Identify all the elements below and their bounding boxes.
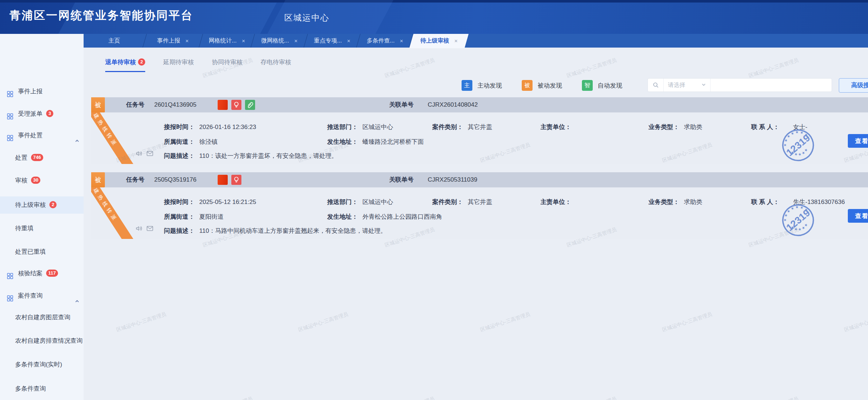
task-card: 被 任务号 2601Q4136905 关联单号 CJRX2601408042 城… bbox=[91, 97, 868, 164]
related-no-label: 关联单号 bbox=[389, 97, 414, 112]
page-tabbar: 主页 事件上报 网格统计... 微网格统... 重点专项... 多条件查... … bbox=[84, 34, 868, 48]
watermark-text: 区城运中心-三高管理员 bbox=[843, 311, 868, 333]
red-flag-icon bbox=[218, 175, 228, 185]
sidebar-item-review[interactable]: 审核30 bbox=[0, 173, 84, 188]
watermark-text: 区城运中心-三高管理员 bbox=[202, 396, 254, 400]
voice-icon[interactable] bbox=[135, 225, 143, 232]
message-icon[interactable] bbox=[146, 225, 154, 232]
filter-active-discovery[interactable]: 主 主动发现 bbox=[462, 80, 502, 91]
filter-auto-discovery[interactable]: 智 自动发现 bbox=[582, 80, 622, 91]
count-badge: 30 bbox=[31, 177, 40, 184]
view-button[interactable]: 查看 bbox=[848, 209, 868, 223]
advanced-search-button[interactable]: 高级搜索 bbox=[839, 78, 868, 93]
sidebar-item-event-handling[interactable]: 事件处置 bbox=[0, 128, 84, 143]
sidebar-item-pending-refill[interactable]: 待重填 bbox=[0, 221, 84, 236]
case-type: 其它井盖 bbox=[468, 198, 492, 206]
close-tab-icon[interactable] bbox=[294, 39, 298, 44]
task-card-body: 城建热线转派 接报时间： 2025-05-12 16:21:25 推送部门： 区… bbox=[91, 187, 868, 239]
task-card-body: 城建热线转派 接报时间： 2026-01-16 12:36:23 推送部门： 区… bbox=[91, 112, 868, 164]
bulb-icon bbox=[231, 100, 241, 110]
close-tab-icon[interactable] bbox=[185, 39, 189, 44]
discovery-filters: 主 主动发现 被 被动发现 智 自动发现 bbox=[462, 78, 642, 93]
sidebar-item-dispose-refilled[interactable]: 处置已重填 bbox=[0, 244, 84, 260]
sidebar-item-multi-query-realtime[interactable]: 多条件查询(实时) bbox=[0, 357, 84, 373]
tab-pending-superior-review[interactable]: 待上级审核 bbox=[411, 34, 467, 48]
tag-zhu-icon: 主 bbox=[462, 80, 472, 91]
header-topline bbox=[0, 0, 868, 3]
related-no-value: CJRX2601408042 bbox=[428, 97, 478, 112]
tab-key-special[interactable]: 重点专项... bbox=[306, 34, 359, 48]
attachment-icon[interactable] bbox=[245, 100, 255, 110]
search-field-select[interactable]: 请选择 bbox=[664, 79, 711, 92]
tab-grid-stats[interactable]: 网格统计... bbox=[201, 34, 253, 48]
address: 外青松公路上公园路口西南角 bbox=[362, 213, 442, 221]
tag-bei-icon: 被 bbox=[522, 80, 533, 91]
street: 徐泾镇 bbox=[199, 138, 218, 146]
message-icon[interactable] bbox=[146, 150, 154, 157]
address: 蟠臻路泾北河桥桥下面 bbox=[362, 138, 424, 146]
sidebar-item-dispose[interactable]: 处置746 bbox=[0, 150, 84, 166]
biz-type: 求助类 bbox=[684, 198, 702, 206]
watermark-text: 区城运中心-三高管理员 bbox=[748, 57, 800, 79]
close-tab-icon[interactable] bbox=[454, 39, 458, 44]
grid-menu-icon bbox=[6, 110, 14, 117]
sidebar-item-rural-house-check-query[interactable]: 农村自建房排查情况查询 bbox=[0, 333, 84, 349]
watermark-text: 区城运中心-三高管理员 bbox=[748, 396, 800, 400]
case-type: 其它井盖 bbox=[468, 123, 492, 132]
tag-zhi-icon: 智 bbox=[582, 80, 593, 91]
watermark-text: 区城运中心-三高管理员 bbox=[384, 57, 436, 79]
sidebar-item-multi-query[interactable]: 多条件查询 bbox=[0, 381, 84, 397]
count-badge: 746 bbox=[31, 154, 43, 161]
task-card: 被 任务号 2505Q3519176 关联单号 CJRX2505311039 城… bbox=[91, 172, 868, 239]
tab-event-report[interactable]: 事件上报 bbox=[145, 34, 201, 48]
close-tab-icon[interactable] bbox=[242, 39, 245, 44]
sidebar-item-case-query[interactable]: 案件查询 bbox=[0, 288, 84, 304]
grid-menu-icon bbox=[6, 292, 14, 299]
watermark-text: 区城运中心-三高管理员 bbox=[480, 311, 531, 333]
problem-desc: 110：该处一方形窗井盖坏，有安全隐患，请处理。 bbox=[199, 152, 338, 160]
grid-menu-icon bbox=[6, 270, 14, 277]
close-tab-icon[interactable] bbox=[400, 39, 403, 44]
push-dept: 区城运中心 bbox=[362, 123, 393, 132]
watermark-text: 区城运中心-三高管理员 bbox=[116, 311, 167, 333]
subtab-collab-pending[interactable]: 协同待审核 bbox=[212, 57, 242, 72]
watermark-text: 区城运中心-三高管理员 bbox=[566, 57, 618, 79]
count-badge: 2 bbox=[138, 58, 145, 66]
subtab-return-pending[interactable]: 退单待审核2 bbox=[105, 57, 145, 72]
sidebar-item-pending-superior-review[interactable]: 待上级审核2 bbox=[0, 196, 84, 214]
count-badge: 3 bbox=[46, 110, 53, 117]
related-no-label: 关联单号 bbox=[389, 172, 414, 187]
hotline-ribbon: 城建热线转派 bbox=[91, 112, 137, 164]
filter-passive-discovery[interactable]: 被 被动发现 bbox=[522, 80, 562, 91]
sidebar-item-verify-close[interactable]: 核验结案117 bbox=[0, 266, 84, 281]
problem-desc: 110：马路中间机动车道上方形窗井盖翘起来，有安全隐患，请处理。 bbox=[199, 227, 387, 235]
grid-menu-icon bbox=[6, 88, 14, 95]
search-box: 请选择 bbox=[647, 78, 832, 92]
tab-home[interactable]: 主页 bbox=[84, 34, 145, 48]
app-subtitle: 区城运中心 bbox=[284, 12, 329, 23]
chevron-up-icon bbox=[75, 133, 79, 138]
watermark-text: 区城运中心-三高管理员 bbox=[298, 311, 349, 333]
source-tag: 被 bbox=[91, 172, 105, 187]
sidebar-item-event-report[interactable]: 事件上报 bbox=[0, 84, 84, 99]
sidebar-item-accept-dispatch[interactable]: 受理派单3 bbox=[0, 106, 84, 122]
app-title: 青浦区一网统管业务智能协同平台 bbox=[9, 8, 193, 23]
search-input[interactable] bbox=[711, 79, 832, 92]
close-tab-icon[interactable] bbox=[347, 39, 351, 44]
sidebar-item-rural-house-layer-query[interactable]: 农村自建房图层查询 bbox=[0, 310, 84, 325]
task-no-label: 任务号 bbox=[126, 97, 144, 112]
task-no-label: 任务号 bbox=[126, 172, 144, 187]
app-header: 青浦区一网统管业务智能协同平台 区城运中心 bbox=[0, 0, 868, 34]
view-button[interactable]: 查看 bbox=[848, 134, 868, 148]
chevron-down-icon bbox=[702, 82, 706, 88]
source-tag: 被 bbox=[91, 97, 105, 112]
subtab-archive-pending[interactable]: 存电待审核 bbox=[261, 57, 291, 72]
watermark-text: 区城运中心-三高管理员 bbox=[662, 311, 713, 333]
tab-multi-query[interactable]: 多条件查... bbox=[359, 34, 411, 48]
task-no-value: 2505Q3519176 bbox=[154, 172, 196, 187]
tab-micro-grid[interactable]: 微网格统... bbox=[253, 34, 306, 48]
receive-time: 2026-01-16 12:36:23 bbox=[199, 123, 256, 132]
subtab-delay-pending[interactable]: 延期待审核 bbox=[163, 57, 194, 72]
voice-icon[interactable] bbox=[135, 150, 143, 157]
count-badge: 2 bbox=[49, 201, 57, 208]
